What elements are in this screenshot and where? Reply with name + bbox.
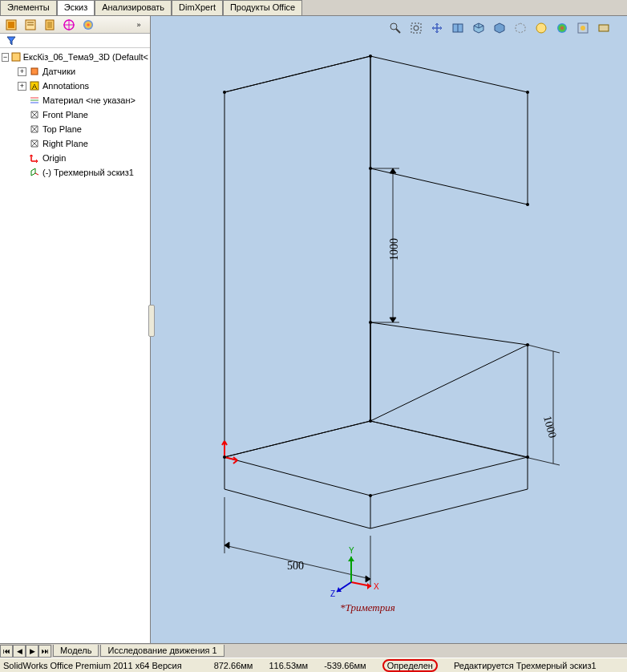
plane-icon <box>28 123 41 136</box>
tree-item-label: (-) Трехмерный эскиз1 <box>42 168 134 177</box>
svg-point-27 <box>536 23 546 33</box>
zoom-area-icon[interactable] <box>409 21 423 35</box>
tree-item-3dsketch[interactable]: (-) Трехмерный эскиз1 <box>0 165 150 180</box>
viewport-3d[interactable]: 500 1000 1000 <box>151 16 627 643</box>
expand-icon[interactable]: + <box>18 82 26 91</box>
tree-item-label: Annotations <box>42 81 89 91</box>
status-defined: Определен <box>382 659 438 672</box>
render-icon[interactable] <box>576 21 590 35</box>
plane-icon <box>28 108 41 121</box>
svg-point-48 <box>369 321 372 324</box>
scene-icon[interactable] <box>534 21 548 35</box>
tree-item-origin[interactable]: Origin <box>0 151 150 165</box>
sensor-icon <box>28 65 41 78</box>
overflow-icon[interactable]: » <box>131 18 147 32</box>
zoom-icon[interactable] <box>388 21 402 35</box>
tree-item-right-plane[interactable]: Right Plane <box>0 136 150 151</box>
svg-rect-1 <box>8 22 14 28</box>
svg-line-41 <box>370 421 560 465</box>
axis-y-label: Y <box>349 546 354 555</box>
panel-splitter[interactable] <box>148 305 155 337</box>
svg-point-46 <box>223 91 226 94</box>
pan-icon[interactable] <box>430 21 444 35</box>
tab-dimxpert[interactable]: DimXpert <box>172 0 223 15</box>
tree-item-material[interactable]: Материал <не указан> <box>0 93 150 107</box>
hide-show-icon[interactable] <box>513 21 528 35</box>
svg-point-43 <box>369 55 372 58</box>
view-name-label: *Триметрия <box>340 601 395 614</box>
sketch-3d-canvas: 500 1000 1000 <box>191 40 592 585</box>
origin-icon <box>28 152 41 164</box>
tab-model[interactable]: Модель <box>53 645 99 657</box>
svg-line-20 <box>35 173 38 175</box>
svg-rect-31 <box>599 25 609 31</box>
svg-line-40 <box>528 345 560 353</box>
svg-line-22 <box>396 29 400 33</box>
feature-tree: − ЕксКіз_06_Тема9_3D (Default< + Датчики… <box>0 48 150 643</box>
svg-point-49 <box>526 343 529 346</box>
view-triad: X Y Z <box>327 542 383 598</box>
annotations-icon: A <box>28 79 41 92</box>
tree-item-label: Материал <не указан> <box>42 95 136 105</box>
svg-rect-11 <box>12 53 20 61</box>
tree-item-sensors[interactable]: + Датчики <box>0 64 150 79</box>
svg-point-52 <box>526 455 529 459</box>
view-orient-icon[interactable] <box>471 21 486 35</box>
tree-root[interactable]: − ЕксКіз_06_Тема9_3D (Default< <box>0 50 150 64</box>
nav-last-icon[interactable]: ⏭ <box>38 645 51 658</box>
dimension-1000-d[interactable]: 1000 <box>541 415 559 439</box>
status-coord2: 116.53мм <box>269 661 308 670</box>
nav-next-icon[interactable]: ▶ <box>26 645 38 658</box>
tree-item-top-plane[interactable]: Top Plane <box>0 122 150 136</box>
svg-rect-23 <box>411 23 421 33</box>
svg-point-53 <box>369 494 372 497</box>
svg-rect-6 <box>47 22 52 28</box>
viewport-toolbar <box>388 21 611 35</box>
svg-point-45 <box>526 203 529 206</box>
tree-item-front-plane[interactable]: Front Plane <box>0 107 150 122</box>
panel-toolbar: » <box>0 16 150 34</box>
plane-icon <box>28 137 41 150</box>
tab-sketch[interactable]: Эскиз <box>57 0 95 15</box>
svg-rect-12 <box>31 68 38 75</box>
tree-item-label: Top Plane <box>42 124 82 134</box>
tree-item-label: Right Plane <box>42 139 88 148</box>
nav-prev-icon[interactable]: ◀ <box>13 645 26 658</box>
tab-elements[interactable]: Элементы <box>0 0 57 15</box>
dimension-1000-v[interactable]: 1000 <box>388 238 400 261</box>
status-product: SolidWorks Office Premium 2011 x64 Верси… <box>3 661 182 670</box>
svg-point-44 <box>526 91 529 94</box>
config-icon[interactable] <box>42 18 58 32</box>
bottom-tab-bar: ⏮ ◀ ▶ ⏭ Модель Исследование движения 1 <box>0 643 627 658</box>
display-style-icon[interactable] <box>492 21 507 35</box>
dimxpert-target-icon[interactable] <box>61 18 77 32</box>
svg-point-30 <box>580 26 585 30</box>
appearance-sphere-icon[interactable] <box>555 21 569 35</box>
section-icon[interactable] <box>451 21 465 35</box>
tab-motion-study[interactable]: Исследование движения 1 <box>100 645 224 657</box>
settings-icon[interactable] <box>597 21 611 35</box>
svg-point-21 <box>390 23 397 30</box>
svg-point-10 <box>83 20 93 30</box>
tree-item-label: Origin <box>42 153 66 163</box>
sketch3d-icon <box>28 166 41 179</box>
tree-item-annotations[interactable]: + A Annotations <box>0 79 150 93</box>
part-icon <box>10 51 22 63</box>
svg-point-28 <box>557 23 567 33</box>
tab-analyze[interactable]: Анализировать <box>95 0 172 15</box>
appearance-icon[interactable] <box>80 18 96 32</box>
filter-icon[interactable] <box>3 34 19 48</box>
material-icon <box>28 94 41 107</box>
tree-root-label: ЕксКіз_06_Тема9_3D (Default< <box>23 52 148 62</box>
axis-z-label: Z <box>330 589 335 598</box>
svg-point-24 <box>414 26 419 30</box>
tab-office[interactable]: Продукты Office <box>223 0 302 15</box>
expand-icon[interactable]: + <box>18 67 26 76</box>
dimension-500[interactable]: 500 <box>287 560 304 572</box>
property-icon[interactable] <box>22 18 38 32</box>
feature-tree-icon[interactable] <box>3 18 19 32</box>
expand-icon[interactable]: − <box>2 53 9 62</box>
axis-x-label: X <box>374 582 379 591</box>
nav-first-icon[interactable]: ⏮ <box>0 645 13 658</box>
svg-point-51 <box>223 455 226 459</box>
